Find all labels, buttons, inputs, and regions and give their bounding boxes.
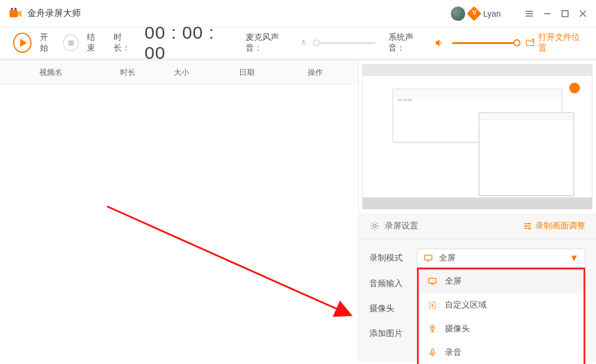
toolbar: 开始 结束 时长： 00 : 00 : 00 麦克风声音： 系统声音： 打开文件… [0, 27, 596, 61]
adjust-label: 录制画面调整 [535, 221, 585, 231]
svg-point-16 [374, 224, 377, 227]
titlebar: 金舟录屏大师 Lyan [0, 0, 596, 27]
crop-icon [427, 300, 438, 310]
mode-select[interactable]: 全屏 ▼ [417, 249, 585, 268]
audio-label: 音频输入 [369, 278, 407, 289]
image-label: 添加图片 [369, 328, 407, 339]
svg-point-20 [525, 225, 527, 227]
minimize-icon[interactable] [542, 9, 552, 18]
camera-label: 摄像头 [369, 303, 407, 314]
dd-item-fullscreen[interactable]: 全屏 [419, 269, 584, 293]
play-icon [20, 39, 27, 47]
settings-header: 录屏设置 录制画面调整 [359, 213, 596, 239]
dd-label: 自定义区域 [445, 300, 487, 310]
maximize-icon[interactable] [560, 9, 570, 18]
monitor-icon [424, 253, 433, 263]
sys-slider[interactable] [452, 42, 516, 44]
column-headers: 视频名 时长 大小 日期 操作 [0, 61, 358, 84]
start-label: 开始 [40, 32, 55, 54]
dd-label: 摄像头 [445, 324, 470, 334]
mic-icon [427, 347, 438, 358]
col-name: 视频名 [0, 67, 101, 78]
col-duration: 时长 [101, 67, 155, 78]
gear-icon [369, 221, 380, 231]
sliders-icon [523, 221, 532, 231]
svg-rect-7 [562, 11, 568, 17]
main: 视频名 时长 大小 日期 操作 00:00:00 录屏设置 [0, 61, 596, 362]
timer: 00 : 00 : 00 [145, 23, 231, 63]
mode-label: 录制模式 [369, 253, 407, 263]
dd-label: 全屏 [445, 276, 462, 287]
user-area[interactable]: Lyan [451, 7, 501, 21]
avatar [451, 7, 465, 21]
col-size: 大小 [155, 67, 208, 78]
svg-rect-25 [429, 278, 436, 283]
menu-icon[interactable] [525, 9, 534, 18]
preview-thumbnail: 00:00:00 [362, 64, 592, 209]
window-controls [525, 9, 588, 18]
mode-value: 全屏 [439, 253, 569, 263]
svg-rect-34 [431, 349, 434, 353]
slider-knob[interactable] [313, 39, 320, 46]
mic-slider[interactable] [316, 42, 375, 44]
app-title: 金舟录屏大师 [27, 8, 451, 19]
mode-row: 录制模式 全屏 ▼ [369, 249, 585, 268]
col-ops: 操作 [286, 67, 345, 78]
svg-rect-0 [10, 10, 18, 17]
video-list-body [0, 84, 358, 362]
chevron-down-icon: ▼ [569, 253, 579, 263]
annotation-arrow-icon [0, 84, 358, 362]
dd-item-camera[interactable]: 摄像头 [419, 317, 584, 341]
speaker-icon [434, 37, 444, 48]
open-folder-button[interactable]: 打开文件位置 [525, 32, 583, 54]
mic-icon [299, 38, 308, 48]
adjust-screen-button[interactable]: 录制画面调整 [523, 221, 585, 231]
svg-point-2 [14, 8, 17, 10]
stop-label: 结束 [87, 32, 102, 54]
start-button[interactable] [13, 33, 32, 53]
slider-knob[interactable] [513, 39, 520, 46]
monitor-icon [427, 276, 438, 287]
duration-label: 时长： [114, 32, 136, 54]
dd-item-audio[interactable]: 录音 [419, 341, 584, 364]
svg-point-18 [528, 222, 530, 224]
stop-button[interactable] [63, 34, 78, 51]
folder-icon [525, 37, 535, 48]
sys-label: 系统声音： [388, 32, 426, 54]
settings-title: 录屏设置 [385, 221, 523, 231]
stop-icon [68, 40, 74, 46]
vip-badge-icon [466, 6, 481, 21]
video-list-panel: 视频名 时长 大小 日期 操作 [0, 61, 358, 362]
svg-point-31 [432, 327, 433, 328]
svg-point-22 [529, 227, 531, 229]
dd-item-custom[interactable]: 自定义区域 [419, 293, 584, 317]
close-icon[interactable] [578, 9, 588, 18]
svg-rect-10 [303, 40, 305, 43]
svg-point-1 [11, 8, 13, 10]
mode-dropdown: 全屏 自定义区域 摄像头 录音 分屏录制 [417, 268, 585, 364]
app-logo-icon [8, 7, 23, 21]
col-date: 日期 [208, 67, 286, 78]
dd-label: 录音 [445, 347, 462, 358]
username: Lyan [483, 9, 501, 18]
open-folder-label: 打开文件位置 [538, 32, 583, 54]
mic-label: 麦克风声音： [246, 32, 291, 54]
right-panel: 00:00:00 录屏设置 录制画面调整 录制模式 全屏 ▼ [358, 61, 596, 362]
svg-line-15 [107, 206, 351, 315]
camera-icon [427, 324, 438, 334]
preview-area: 00:00:00 [359, 61, 596, 213]
svg-rect-23 [425, 255, 432, 260]
settings-body: 录制模式 全屏 ▼ 音频输入 摄像头 添加图片 全屏 [359, 239, 596, 359]
